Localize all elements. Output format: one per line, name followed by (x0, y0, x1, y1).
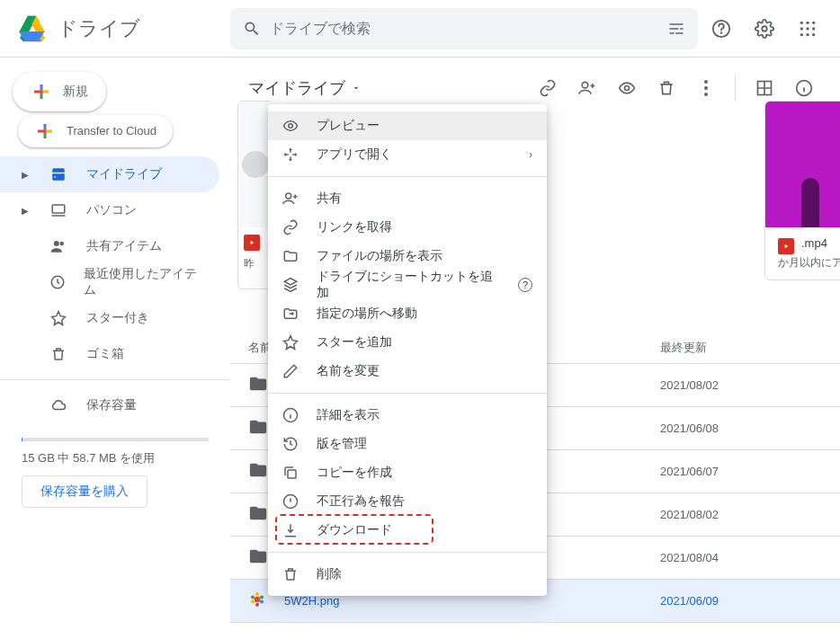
video-thumbnail (765, 102, 840, 227)
logo-area: ドライブ (14, 11, 230, 47)
get-link-button[interactable] (530, 70, 566, 106)
share-button[interactable] (569, 70, 605, 106)
nav-label: パソコン (86, 202, 137, 218)
eye-icon (282, 118, 300, 134)
menu-label: 版を管理 (317, 436, 532, 452)
menu-label: コピーを作成 (317, 465, 532, 481)
svg-point-14 (806, 33, 809, 36)
menu-move[interactable]: 指定の場所へ移動 (268, 299, 547, 328)
menu-label: 指定の場所へ移動 (317, 306, 532, 322)
svg-point-25 (255, 592, 259, 596)
new-button[interactable]: 新規 (13, 72, 106, 111)
svg-point-5 (721, 32, 722, 33)
cloud-icon (50, 397, 68, 413)
file-date: 2021/06/09 (660, 594, 822, 608)
svg-point-10 (800, 27, 803, 30)
card-subtitle: か月以内にアップロードしました (778, 255, 840, 271)
nav-trash[interactable]: ゴミ箱 (0, 336, 219, 372)
dropdown-icon (351, 83, 362, 93)
menu-rename[interactable]: 名前を変更 (268, 357, 547, 386)
svg-point-12 (812, 27, 815, 30)
apps-icon[interactable] (790, 11, 826, 47)
menu-copy[interactable]: コピーを作成 (268, 458, 547, 487)
move-icon (282, 306, 300, 322)
menu-eye[interactable]: プレビュー (268, 111, 547, 140)
svg-point-8 (806, 21, 809, 23)
search-options-icon[interactable] (667, 20, 685, 38)
menu-label: 共有 (317, 191, 532, 207)
buy-storage-button[interactable]: 保存容量を購入 (22, 475, 147, 508)
chevron-right-icon: ▶ (22, 170, 32, 180)
card-sub: 昨 (244, 256, 267, 271)
search-icon (243, 20, 261, 38)
header-icons (703, 11, 826, 47)
file-date: 2021/08/02 (660, 378, 822, 392)
plus-icon (31, 81, 52, 102)
preview-button[interactable] (609, 70, 645, 106)
video-icon (778, 238, 794, 254)
trash-icon (282, 566, 300, 582)
nav-label: 保存容量 (86, 397, 137, 413)
settings-icon[interactable] (746, 11, 782, 47)
menu-shortcut[interactable]: ドライブにショートカットを追加? (268, 271, 547, 299)
delete-button[interactable] (648, 70, 684, 106)
menu-folder[interactable]: ファイルの場所を表示 (268, 242, 547, 271)
drive-logo-icon[interactable] (14, 11, 50, 47)
svg-point-6 (762, 26, 767, 31)
menu-history[interactable]: 版を管理 (268, 430, 547, 458)
nav-starred[interactable]: スター付き (0, 300, 219, 336)
svg-point-26 (260, 595, 264, 599)
breadcrumb-label: マイドライブ (248, 77, 345, 99)
menu-info[interactable]: 詳細を表示 (268, 401, 547, 430)
menu-person-add[interactable]: 共有 (268, 184, 547, 213)
help-icon[interactable] (703, 11, 739, 47)
menu-open-with[interactable]: アプリで開く› (268, 140, 547, 169)
card-title: .mp4 (801, 236, 827, 250)
svg-point-20 (582, 82, 588, 88)
nav-recent[interactable]: 最近使用したアイテム (0, 264, 219, 300)
breadcrumb[interactable]: マイドライブ (248, 77, 362, 99)
header: ドライブ (0, 0, 840, 58)
svg-point-28 (255, 603, 259, 607)
menu-report[interactable]: 不正行為を報告 (268, 487, 547, 516)
menu-trash[interactable]: 削除 (268, 560, 547, 589)
file-date: 2021/06/07 (660, 465, 822, 478)
storage-bar (22, 438, 209, 441)
transfer-button[interactable]: Transfer to Cloud (18, 115, 173, 147)
menu-label: ドライブにショートカットを追加 (317, 269, 502, 301)
svg-point-29 (251, 599, 255, 603)
svg-rect-34 (288, 470, 296, 478)
suggest-card[interactable]: .mp4 か月以内にアップロードしました (764, 101, 840, 280)
nav-label: マイドライブ (86, 166, 162, 182)
sidebar: 新規 Transfer to Cloud ▶ マイドライブ ▶ パソコン 共有ア… (0, 58, 230, 639)
shortcut-icon (282, 277, 300, 293)
svg-point-32 (286, 193, 291, 199)
search-input[interactable] (270, 21, 667, 37)
star-icon (50, 310, 68, 326)
menu-download[interactable]: ダウンロード (268, 516, 547, 545)
nav-label: 共有アイテム (86, 238, 162, 254)
svg-point-17 (54, 241, 59, 246)
star-icon (282, 334, 300, 351)
nav-label: ゴミ箱 (86, 346, 124, 362)
file-date: 2021/06/08 (660, 422, 822, 435)
menu-separator (268, 393, 547, 394)
menu-label: 不正行為を報告 (317, 493, 532, 510)
menu-star[interactable]: スターを追加 (268, 328, 547, 357)
menu-label: ダウンロード (317, 522, 532, 538)
more-button[interactable] (688, 70, 724, 106)
help-icon[interactable]: ? (518, 278, 532, 292)
nav-storage[interactable]: 保存容量 (0, 387, 219, 423)
nav-computers[interactable]: ▶ パソコン (0, 192, 219, 228)
col-date[interactable]: 最終更新 (660, 340, 822, 356)
menu-separator (268, 552, 547, 553)
menu-label: 削除 (317, 566, 532, 582)
nav-my-drive[interactable]: ▶ マイドライブ (0, 156, 219, 192)
nav-shared[interactable]: 共有アイテム (0, 228, 219, 264)
menu-label: プレビュー (317, 118, 532, 134)
computers-icon (50, 202, 68, 218)
menu-link[interactable]: リンクを取得 (268, 213, 547, 242)
search-bar[interactable] (230, 8, 698, 49)
menu-label: ファイルの場所を表示 (317, 248, 532, 264)
menu-separator (268, 176, 547, 177)
